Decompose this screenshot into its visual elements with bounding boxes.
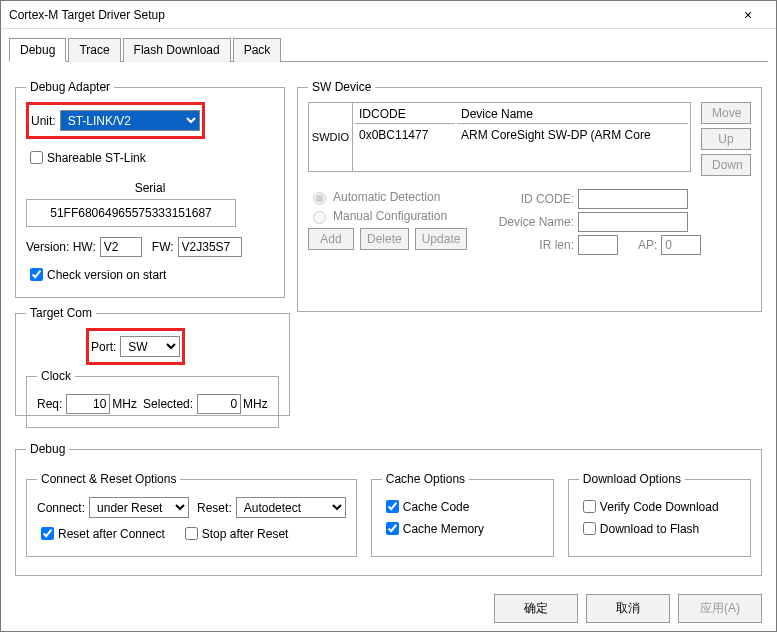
- cache-options-group: Cache Options Cache Code Cache Memory: [371, 472, 554, 557]
- sw-device-group: SW Device SWDIO IDCODE Device Name: [297, 80, 762, 312]
- req-field[interactable]: [66, 394, 110, 414]
- ap-field: [661, 235, 701, 255]
- req-label: Req:: [37, 397, 62, 411]
- window-title: Cortex-M Target Driver Setup: [9, 8, 728, 22]
- serial-legend: Serial: [26, 181, 274, 195]
- unit-label: Unit:: [31, 114, 56, 128]
- tab-content: Debug Adapter Unit: ST-LINK/V2 Shareable…: [1, 62, 776, 594]
- add-button[interactable]: Add: [308, 228, 354, 250]
- verify-code-label: Verify Code Download: [600, 500, 719, 514]
- verify-code-checkbox[interactable]: [583, 500, 596, 513]
- col-device-name: Device Name: [457, 105, 688, 124]
- connect-reset-group: Connect & Reset Options Connect: under R…: [26, 472, 357, 557]
- reset-after-label: Reset after Connect: [58, 527, 165, 541]
- req-unit: MHz: [112, 397, 137, 411]
- unit-select[interactable]: ST-LINK/V2: [60, 110, 200, 131]
- selected-label: Selected:: [143, 397, 193, 411]
- stop-after-checkbox[interactable]: [185, 527, 198, 540]
- idcode-label: ID CODE:: [488, 192, 574, 206]
- download-flash-label: Download to Flash: [600, 522, 699, 536]
- auto-detection-radio[interactable]: [313, 192, 326, 205]
- cache-memory-label: Cache Memory: [403, 522, 484, 536]
- debug-adapter-group: Debug Adapter Unit: ST-LINK/V2 Shareable…: [15, 80, 285, 298]
- selected-field[interactable]: [197, 394, 241, 414]
- port-label: Port:: [91, 340, 116, 354]
- target-com-group: Target Com Port: SW Clock Req:: [15, 306, 290, 416]
- version-hw-label: Version: HW:: [26, 240, 96, 254]
- download-options-group: Download Options Verify Code Download Do…: [568, 472, 751, 557]
- cache-code-checkbox[interactable]: [386, 500, 399, 513]
- up-button[interactable]: Up: [701, 128, 751, 150]
- version-hw-field[interactable]: [100, 237, 142, 257]
- sw-device-legend: SW Device: [308, 80, 375, 94]
- clock-legend: Clock: [37, 369, 75, 383]
- reset-after-checkbox[interactable]: [41, 527, 54, 540]
- cache-code-label: Cache Code: [403, 500, 470, 514]
- tab-trace[interactable]: Trace: [68, 38, 120, 62]
- ok-button[interactable]: 确定: [494, 594, 578, 623]
- device-name-value: ARM CoreSight SW-DP (ARM Core: [457, 126, 688, 144]
- down-button[interactable]: Down: [701, 154, 751, 176]
- cache-memory-checkbox[interactable]: [386, 522, 399, 535]
- debug-group: Debug Connect & Reset Options Connect: u…: [15, 442, 762, 576]
- update-button[interactable]: Update: [415, 228, 468, 250]
- shareable-label: Shareable ST-Link: [47, 151, 146, 165]
- debug-legend: Debug: [26, 442, 69, 456]
- tab-pack[interactable]: Pack: [233, 38, 282, 62]
- selected-unit: MHz: [243, 397, 268, 411]
- download-flash-checkbox[interactable]: [583, 522, 596, 535]
- col-idcode: IDCODE: [355, 105, 455, 124]
- reset-select[interactable]: Autodetect: [236, 497, 346, 518]
- device-name-field: [578, 212, 688, 232]
- tab-strip: Debug Trace Flash Download Pack: [9, 37, 768, 62]
- tab-debug[interactable]: Debug: [9, 38, 66, 62]
- version-fw-field[interactable]: [178, 237, 242, 257]
- connect-label: Connect:: [37, 501, 85, 515]
- debug-adapter-legend: Debug Adapter: [26, 80, 114, 94]
- irlen-field: [578, 235, 618, 255]
- stop-after-label: Stop after Reset: [202, 527, 289, 541]
- delete-button[interactable]: Delete: [360, 228, 409, 250]
- titlebar: Cortex-M Target Driver Setup ×: [1, 1, 776, 29]
- shareable-checkbox[interactable]: [30, 151, 43, 164]
- close-icon[interactable]: ×: [728, 7, 768, 23]
- tab-flash-download[interactable]: Flash Download: [123, 38, 231, 62]
- apply-button[interactable]: 应用(A): [678, 594, 762, 623]
- dialog-buttons: 确定 取消 应用(A): [494, 594, 762, 623]
- dialog-window: Cortex-M Target Driver Setup × Debug Tra…: [0, 0, 777, 632]
- device-row[interactable]: 0x0BC11477 ARM CoreSight SW-DP (ARM Core: [355, 126, 688, 144]
- target-com-legend: Target Com: [26, 306, 96, 320]
- serial-value: 51FF68064965575333151687: [26, 199, 236, 227]
- irlen-label: IR len:: [488, 238, 574, 252]
- manual-config-radio[interactable]: [313, 211, 326, 224]
- device-table-wrap: SWDIO IDCODE Device Name 0x0BC11477: [308, 102, 691, 172]
- device-table: IDCODE Device Name 0x0BC11477 ARM CoreSi…: [353, 103, 690, 146]
- version-fw-label: FW:: [152, 240, 174, 254]
- cache-options-legend: Cache Options: [382, 472, 469, 486]
- device-row-label: SWDIO: [309, 103, 353, 171]
- port-select[interactable]: SW: [120, 336, 180, 357]
- device-idcode: 0x0BC11477: [355, 126, 455, 144]
- idcode-field: [578, 189, 688, 209]
- check-version-checkbox[interactable]: [30, 268, 43, 281]
- auto-detection-label: Automatic Detection: [333, 190, 440, 204]
- clock-group: Clock Req: MHz Selected: MHz: [26, 369, 279, 428]
- move-button[interactable]: Move: [701, 102, 751, 124]
- download-options-legend: Download Options: [579, 472, 685, 486]
- manual-config-label: Manual Configuration: [333, 209, 447, 223]
- check-version-label: Check version on start: [47, 268, 166, 282]
- ap-label: AP:: [638, 238, 657, 252]
- connect-select[interactable]: under Reset: [89, 497, 189, 518]
- connect-reset-legend: Connect & Reset Options: [37, 472, 180, 486]
- reset-label: Reset:: [197, 501, 232, 515]
- cancel-button[interactable]: 取消: [586, 594, 670, 623]
- device-name-label: Device Name:: [488, 215, 574, 229]
